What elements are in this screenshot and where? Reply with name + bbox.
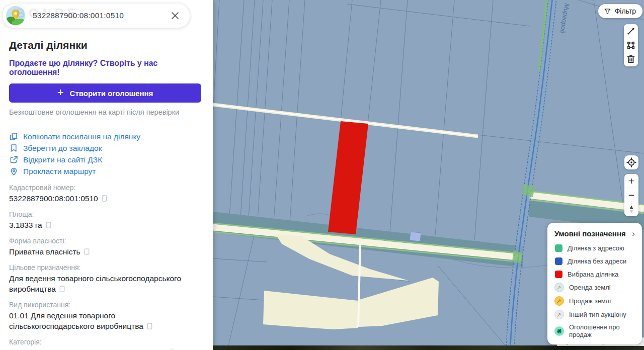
detail-purpose: Цільове призначення: Для ведення товарно…	[9, 264, 201, 295]
red-swatch	[555, 271, 562, 278]
copy-icon[interactable]	[59, 285, 65, 295]
bookmark-icon	[9, 143, 19, 153]
detail-ownership: Форма власності: Приватна власність	[9, 237, 201, 258]
funnel-icon	[604, 8, 611, 15]
close-icon	[170, 11, 180, 21]
hryvnia-icon: ₴	[554, 326, 564, 336]
legend-item-rent: Оренда землі	[554, 283, 635, 292]
gavel-icon	[554, 296, 564, 306]
gavel-icon	[554, 310, 564, 319]
zoom-in-button[interactable]: +	[624, 174, 638, 188]
save-bookmark-link[interactable]: Зберегти до закладок	[9, 142, 201, 154]
measure-distance-button[interactable]	[624, 24, 638, 38]
parcel-without-address[interactable]	[410, 232, 421, 241]
open-dzk-link[interactable]: Відкрити на сайті ДЗК	[9, 154, 201, 165]
create-listing-button[interactable]: + Створити оголошення	[9, 83, 201, 103]
zoom-controls: + −	[624, 174, 638, 216]
filter-label: Фільтр	[615, 7, 636, 15]
copy-icon[interactable]	[146, 322, 153, 332]
area-frame-icon	[626, 40, 636, 50]
detail-cadastral-number: Кадастровий номер: 5322887900:08:001:051…	[9, 184, 201, 205]
app-logo	[6, 6, 25, 25]
legend-item-sale: Продаж землі	[554, 296, 635, 306]
trash-icon	[626, 54, 636, 64]
divider	[9, 124, 201, 124]
app-window: Миргород Фільтр	[0, 0, 644, 350]
build-route-link[interactable]: Прокласти маршрут	[9, 165, 201, 177]
delete-measurement-button[interactable]	[624, 52, 638, 66]
copy-icon[interactable]	[101, 194, 108, 205]
map-canvas[interactable]: Миргород Фільтр	[213, 0, 644, 350]
copy-icon[interactable]	[45, 221, 52, 231]
filter-button[interactable]: Фільтр	[598, 4, 642, 18]
copy-link-icon	[9, 132, 19, 141]
plus-icon: +	[57, 87, 64, 98]
search-input[interactable]: 5322887900:08:001:0510	[33, 11, 169, 20]
legend-item-other-auction: Інший тип аукціону	[554, 310, 635, 319]
route-icon	[9, 166, 19, 176]
legend-item-sale-listing: ₴ Оголошення про продаж	[554, 323, 635, 338]
external-link-icon	[9, 155, 19, 164]
copy-icon[interactable]	[84, 247, 90, 258]
detail-area: Площа: 3.1833 га	[9, 210, 201, 231]
detail-usage-type: Вид використання: 01.01 Для ведення това…	[9, 301, 201, 332]
compass-button[interactable]	[624, 202, 638, 216]
copy-parcel-link[interactable]: Копіювати посилання на ділянку	[9, 131, 201, 142]
legend-title: Умовні позначення	[554, 229, 626, 238]
action-links: Копіювати посилання на ділянку Зберегти …	[9, 131, 201, 177]
create-note: Безкоштовне оголошення на карті після пе…	[9, 108, 201, 116]
legend-item-selected: Вибрана ділянка	[554, 270, 635, 279]
promo-text: Продаєте цю ділянку? Створіть у нас огол…	[9, 59, 201, 77]
compass-needle-icon	[626, 204, 637, 215]
legend-panel: Умовні позначення › Ділянка з адресою Ді…	[547, 223, 642, 344]
locate-me-button[interactable]	[624, 155, 638, 169]
measure-area-button[interactable]	[624, 38, 638, 52]
page-title: Деталі ділянки	[9, 39, 201, 51]
blue-swatch	[555, 257, 562, 265]
search-bar[interactable]: 5322887900:08:001:0510	[2, 3, 190, 28]
close-button[interactable]	[169, 9, 182, 22]
zoom-out-button[interactable]: −	[624, 188, 638, 202]
legend-item-no-address: Ділянка без адреси	[554, 256, 635, 266]
details-panel: BONRE 5322887900:08:001:0510	[0, 0, 213, 350]
crosshair-icon	[626, 157, 637, 168]
map-tools	[624, 24, 638, 66]
green-swatch	[555, 244, 562, 252]
ruler-icon	[626, 26, 636, 36]
gavel-icon	[554, 283, 564, 292]
legend-item-address: Ділянка з адресою	[554, 243, 635, 252]
chevron-right-icon[interactable]: ›	[632, 229, 635, 238]
detail-category: Категорія: Землі сільськогосподарського …	[9, 338, 201, 350]
imagery-strip	[213, 345, 644, 350]
